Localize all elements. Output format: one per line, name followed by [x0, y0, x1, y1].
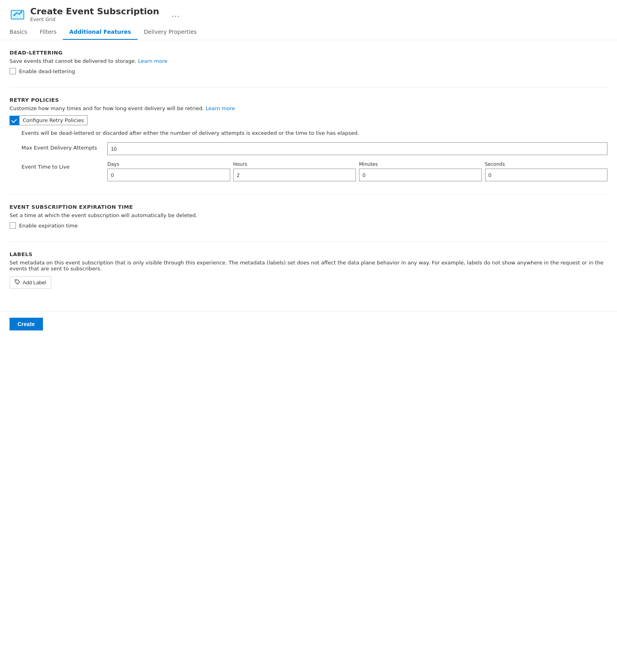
app-icon [10, 6, 25, 22]
days-label: Days [107, 161, 230, 167]
tabs-nav: Basics Filters Additional Features Deliv… [10, 25, 607, 40]
header-top: Create Event Subscription Event Grid ... [10, 6, 607, 22]
seconds-label: Seconds [485, 161, 608, 167]
expiration-checkbox-label: Enable expiration time [19, 223, 78, 229]
configure-retry-row: Configure Retry Policies [10, 115, 607, 125]
event-ttl-label: Event Time to Live [21, 161, 101, 170]
add-label-text: Add Label [23, 280, 46, 286]
time-fields [107, 169, 607, 181]
dead-lettering-checkbox[interactable] [10, 68, 16, 74]
header: Create Event Subscription Event Grid ...… [0, 0, 617, 40]
configure-retry-label: Configure Retry Policies [19, 115, 87, 125]
retry-policies-section: RETRY POLICIES Customize how many times … [10, 97, 607, 181]
labels-title: LABELS [10, 251, 607, 257]
svg-point-4 [16, 280, 17, 281]
hours-label: Hours [233, 161, 356, 167]
svg-point-3 [14, 14, 15, 16]
time-labels: Days Hours Minutes Seconds [107, 161, 607, 167]
main-content: DEAD-LETTERING Save events that cannot b… [0, 40, 617, 311]
add-label-icon [15, 279, 20, 286]
expiration-section: EVENT SUBSCRIPTION EXPIRATION TIME Set a… [10, 204, 607, 229]
time-inputs: Days Hours Minutes Seconds [107, 161, 607, 181]
max-delivery-field: Max Event Delivery Attempts [10, 142, 607, 155]
seconds-input[interactable] [485, 169, 608, 181]
event-ttl-field: Event Time to Live Days Hours Minutes Se… [10, 161, 607, 181]
dead-lettering-desc: Save events that cannot be delivered to … [10, 58, 607, 64]
dead-lettering-section: DEAD-LETTERING Save events that cannot b… [10, 50, 607, 74]
divider-1 [10, 87, 607, 87]
tab-basics[interactable]: Basics [10, 25, 33, 40]
dead-lettering-title: DEAD-LETTERING [10, 50, 607, 56]
expiration-desc: Set a time at which the event subscripti… [10, 212, 607, 218]
minutes-label: Minutes [359, 161, 482, 167]
labels-desc: Set metadata on this event subscription … [10, 260, 607, 272]
retry-policies-title: RETRY POLICIES [10, 97, 607, 103]
footer: Create [0, 311, 617, 337]
labels-section: LABELS Set metadata on this event subscr… [10, 251, 607, 289]
expiration-checkbox[interactable] [10, 222, 16, 229]
minutes-input[interactable] [359, 169, 482, 181]
tab-delivery-properties[interactable]: Delivery Properties [138, 25, 203, 40]
hours-input[interactable] [233, 169, 356, 181]
page-subtitle: Event Grid [30, 17, 159, 22]
configure-retry-checkbox[interactable] [10, 116, 19, 125]
add-label-button[interactable]: Add Label [10, 276, 51, 289]
dead-lettering-learn-more-link[interactable]: Learn more [138, 58, 167, 64]
divider-2 [10, 194, 607, 194]
tab-additional-features[interactable]: Additional Features [63, 25, 137, 40]
title-group: Create Event Subscription Event Grid [30, 6, 159, 22]
more-options-button[interactable]: ... [169, 9, 183, 20]
retry-policies-desc: Customize how many times and for how lon… [10, 105, 607, 111]
retry-policies-learn-more-link[interactable]: Learn more [206, 105, 235, 111]
page-title: Create Event Subscription [30, 6, 159, 17]
expiration-checkbox-row: Enable expiration time [10, 222, 607, 229]
max-delivery-label: Max Event Delivery Attempts [21, 142, 101, 151]
dead-lettering-checkbox-row: Enable dead-lettering [10, 68, 607, 74]
page-wrapper: Create Event Subscription Event Grid ...… [0, 0, 617, 337]
divider-3 [10, 241, 607, 242]
tab-filters[interactable]: Filters [33, 25, 63, 40]
events-note: Events will be dead-lettered or discarde… [10, 130, 607, 136]
svg-point-2 [21, 11, 22, 13]
dead-lettering-checkbox-label: Enable dead-lettering [19, 68, 75, 74]
max-delivery-input[interactable] [107, 142, 607, 155]
days-input[interactable] [107, 169, 230, 181]
max-delivery-input-wrapper [107, 142, 607, 155]
create-button[interactable]: Create [10, 318, 43, 330]
expiration-title: EVENT SUBSCRIPTION EXPIRATION TIME [10, 204, 607, 210]
